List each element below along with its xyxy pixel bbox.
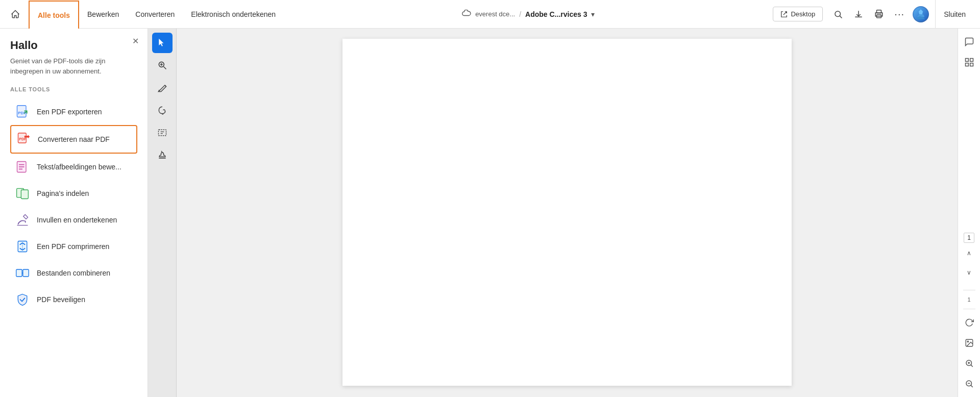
- tool-label-edit-text: Tekst/afbeeldingen bewe...: [37, 163, 121, 171]
- tool-label-fill-sign: Invullen en ondertekenen: [37, 216, 117, 224]
- zoom-out-button[interactable]: [960, 375, 978, 393]
- combine-icon: [14, 265, 31, 281]
- tool-item-fill-sign[interactable]: Invullen en ondertekenen: [10, 207, 137, 233]
- tool-item-compress[interactable]: Een PDF comprimeren: [10, 233, 137, 260]
- tool-item-pages[interactable]: Pagina's indelen: [10, 180, 137, 207]
- toolbar-strip: [148, 29, 177, 397]
- tool-list: PDF Een PDF exporteren PDF Converteren: [10, 98, 137, 313]
- compress-icon: [14, 238, 31, 255]
- toolbar-lasso-button[interactable]: [152, 100, 173, 120]
- refresh-button[interactable]: [960, 313, 978, 332]
- canvas-area: [177, 29, 958, 397]
- panel-subtitle: Geniet van de PDF-tools die zijn inbegre…: [10, 56, 137, 76]
- svg-line-22: [163, 67, 166, 69]
- svg-rect-19: [16, 269, 22, 277]
- svg-rect-31: [970, 59, 973, 62]
- breadcrumb-separator: /: [519, 10, 521, 18]
- desktop-label: Desktop: [791, 10, 815, 18]
- svg-line-1: [840, 16, 842, 18]
- svg-point-0: [835, 11, 841, 17]
- right-panel: 1 ∧ ∨ 1: [958, 29, 980, 397]
- zoom-in-button[interactable]: [960, 354, 978, 373]
- tool-item-convert-pdf[interactable]: PDF Converteren naar PDF: [10, 125, 137, 154]
- tool-item-edit-text[interactable]: Tekst/afbeeldingen bewe...: [10, 154, 137, 180]
- avatar[interactable]: [913, 6, 929, 22]
- page-number-display: 1: [964, 233, 974, 243]
- convert-pdf-icon: PDF: [15, 131, 32, 147]
- tab-alle-tools[interactable]: Alle tools: [29, 1, 79, 29]
- breadcrumb-dropdown[interactable]: ▾: [591, 10, 595, 18]
- svg-rect-15: [21, 190, 28, 199]
- left-panel: ✕ Hallo Geniet van de PDF-tools die zijn…: [0, 29, 148, 397]
- svg-line-25: [165, 85, 166, 87]
- tool-label-convert-pdf: Converteren naar PDF: [38, 135, 110, 143]
- svg-point-35: [967, 341, 968, 342]
- tool-item-protect[interactable]: PDF beveiligen: [10, 286, 137, 313]
- export-pdf-icon: PDF: [14, 104, 31, 120]
- tab-bewerken[interactable]: Bewerken: [79, 0, 127, 28]
- pages-icon: [14, 185, 31, 202]
- section-label-all-tools: ALLE TOOLS: [10, 86, 137, 92]
- tool-item-combine[interactable]: Bestanden combineren: [10, 260, 137, 286]
- tab-converteren[interactable]: Converteren: [127, 0, 183, 28]
- svg-text:PDF: PDF: [19, 137, 27, 141]
- tool-label-protect: PDF beveiligen: [37, 295, 85, 304]
- grid-panel-button[interactable]: [960, 53, 978, 71]
- svg-rect-20: [23, 269, 29, 277]
- panel-close-button[interactable]: ✕: [129, 35, 141, 47]
- nav-tabs: Alle tools Bewerken Converteren Elektron…: [29, 0, 284, 28]
- print-button[interactable]: [870, 5, 888, 23]
- tool-label-compress: Een PDF comprimeren: [37, 242, 109, 251]
- download-button[interactable]: [849, 5, 868, 23]
- tool-item-export-pdf[interactable]: PDF Een PDF exporteren: [10, 98, 137, 125]
- svg-rect-33: [970, 63, 973, 66]
- protect-icon: [14, 291, 31, 308]
- svg-line-41: [970, 385, 972, 387]
- search-button[interactable]: [829, 5, 847, 23]
- breadcrumb-left: everest dce...: [475, 10, 515, 18]
- page-up-button[interactable]: ∧: [960, 244, 978, 262]
- breadcrumb-title: Adobe C...rvices 3: [525, 10, 587, 18]
- pdf-page-canvas: [342, 39, 792, 386]
- right-panel-separator: [963, 290, 975, 290]
- right-panel-separator-2: [963, 309, 975, 309]
- main-content: ✕ Hallo Geniet van de PDF-tools die zijn…: [0, 29, 980, 397]
- page-down-button[interactable]: ∨: [960, 263, 978, 282]
- toolbar-textselect-button[interactable]: [152, 122, 173, 143]
- tool-label-pages: Pagina's indelen: [37, 189, 89, 197]
- toolbar-zoom-button[interactable]: [152, 55, 173, 76]
- svg-line-37: [970, 365, 972, 367]
- edit-text-icon: [14, 159, 31, 175]
- svg-rect-26: [158, 130, 166, 136]
- desktop-button[interactable]: Desktop: [773, 7, 823, 21]
- tab-elektronisch[interactable]: Elektronisch ondertekenen: [183, 0, 284, 28]
- thumbnail-button[interactable]: [960, 334, 978, 352]
- top-navigation: Alle tools Bewerken Converteren Elektron…: [0, 0, 980, 29]
- home-button[interactable]: [6, 5, 24, 23]
- toolbar-markup-button[interactable]: [152, 78, 173, 98]
- page-label: 1: [967, 296, 970, 303]
- tool-label-export-pdf: Een PDF exporteren: [37, 108, 102, 116]
- toolbar-stamp-button[interactable]: [152, 145, 173, 165]
- fill-sign-icon: [14, 212, 31, 228]
- breadcrumb: everest dce... / Adobe C...rvices 3 ▾: [284, 10, 773, 18]
- comment-panel-button[interactable]: [960, 33, 978, 51]
- more-options-button[interactable]: ···: [890, 5, 909, 23]
- nav-right-actions: Desktop ···: [773, 0, 974, 29]
- cloud-icon: [462, 10, 471, 18]
- panel-title: Hallo: [10, 39, 137, 52]
- svg-rect-32: [965, 63, 968, 66]
- svg-rect-30: [965, 59, 968, 62]
- sluiten-button[interactable]: Sluiten: [935, 0, 974, 29]
- tool-label-combine: Bestanden combineren: [37, 269, 110, 277]
- toolbar-select-button[interactable]: [152, 33, 173, 53]
